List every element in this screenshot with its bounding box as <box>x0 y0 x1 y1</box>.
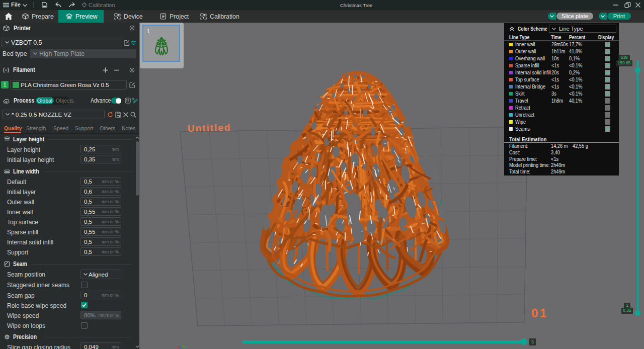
svg-text:Untitled: Untitled <box>188 122 231 134</box>
svg-text:01: 01 <box>531 306 548 320</box>
